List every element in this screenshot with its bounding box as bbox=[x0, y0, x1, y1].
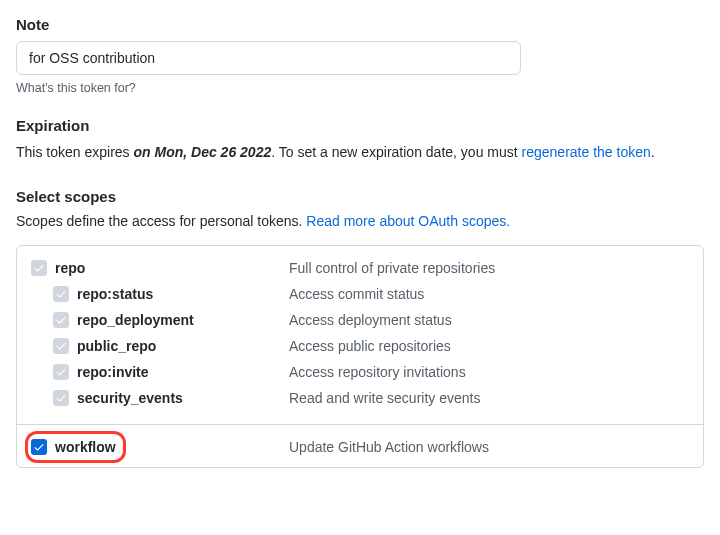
scope-row-public-repo: public_repo Access public repositories bbox=[31, 338, 689, 354]
scope-name-repo-deployment: repo_deployment bbox=[77, 312, 194, 328]
scope-row-repo-status: repo:status Access commit status bbox=[31, 286, 689, 302]
scopes-intro: Scopes define the access for personal to… bbox=[16, 213, 704, 229]
expiration-middle: . To set a new expiration date, you must bbox=[271, 144, 521, 160]
check-icon bbox=[33, 262, 45, 274]
check-icon bbox=[55, 366, 67, 378]
checkbox-repo-deployment[interactable] bbox=[53, 312, 69, 328]
checkbox-repo-status[interactable] bbox=[53, 286, 69, 302]
scope-name-public-repo: public_repo bbox=[77, 338, 156, 354]
scope-desc-repo-deployment: Access deployment status bbox=[289, 312, 452, 328]
note-help-text: What's this token for? bbox=[16, 81, 704, 95]
scopes-intro-text: Scopes define the access for personal to… bbox=[16, 213, 306, 229]
checkbox-workflow[interactable] bbox=[31, 439, 47, 455]
scope-group-repo: repo Full control of private repositorie… bbox=[17, 246, 703, 424]
scope-desc-security-events: Read and write security events bbox=[289, 390, 480, 406]
check-icon bbox=[55, 314, 67, 326]
expiration-prefix: This token expires bbox=[16, 144, 134, 160]
expiration-text: This token expires on Mon, Dec 26 2022. … bbox=[16, 142, 704, 164]
expiration-date: on Mon, Dec 26 2022 bbox=[134, 144, 272, 160]
scope-row-security-events: security_events Read and write security … bbox=[31, 390, 689, 406]
scope-row-workflow: workflow Update GitHub Action workflows bbox=[31, 439, 689, 455]
check-icon bbox=[55, 288, 67, 300]
checkbox-public-repo[interactable] bbox=[53, 338, 69, 354]
scopes-box: repo Full control of private repositorie… bbox=[16, 245, 704, 468]
scopes-heading: Select scopes bbox=[16, 188, 704, 205]
scope-row-repo-invite: repo:invite Access repository invitation… bbox=[31, 364, 689, 380]
scope-row-repo-deployment: repo_deployment Access deployment status bbox=[31, 312, 689, 328]
expiration-heading: Expiration bbox=[16, 117, 704, 134]
scope-name-workflow: workflow bbox=[55, 439, 116, 455]
scope-desc-repo-status: Access commit status bbox=[289, 286, 424, 302]
checkbox-security-events[interactable] bbox=[53, 390, 69, 406]
note-input[interactable] bbox=[16, 41, 521, 75]
oauth-scopes-link[interactable]: Read more about OAuth scopes. bbox=[306, 213, 510, 229]
scope-desc-repo-invite: Access repository invitations bbox=[289, 364, 466, 380]
check-icon bbox=[33, 441, 45, 453]
note-heading: Note bbox=[16, 16, 704, 33]
scope-desc-repo: Full control of private repositories bbox=[289, 260, 495, 276]
scope-row-repo: repo Full control of private repositorie… bbox=[31, 260, 689, 276]
scope-desc-workflow: Update GitHub Action workflows bbox=[289, 439, 489, 455]
expiration-suffix: . bbox=[651, 144, 655, 160]
scope-name-repo: repo bbox=[55, 260, 85, 276]
checkbox-repo[interactable] bbox=[31, 260, 47, 276]
scope-name-repo-invite: repo:invite bbox=[77, 364, 149, 380]
scope-desc-public-repo: Access public repositories bbox=[289, 338, 451, 354]
check-icon bbox=[55, 392, 67, 404]
scope-name-security-events: security_events bbox=[77, 390, 183, 406]
check-icon bbox=[55, 340, 67, 352]
regenerate-token-link[interactable]: regenerate the token bbox=[522, 144, 651, 160]
scope-group-workflow: workflow Update GitHub Action workflows bbox=[17, 424, 703, 467]
scope-name-repo-status: repo:status bbox=[77, 286, 153, 302]
checkbox-repo-invite[interactable] bbox=[53, 364, 69, 380]
